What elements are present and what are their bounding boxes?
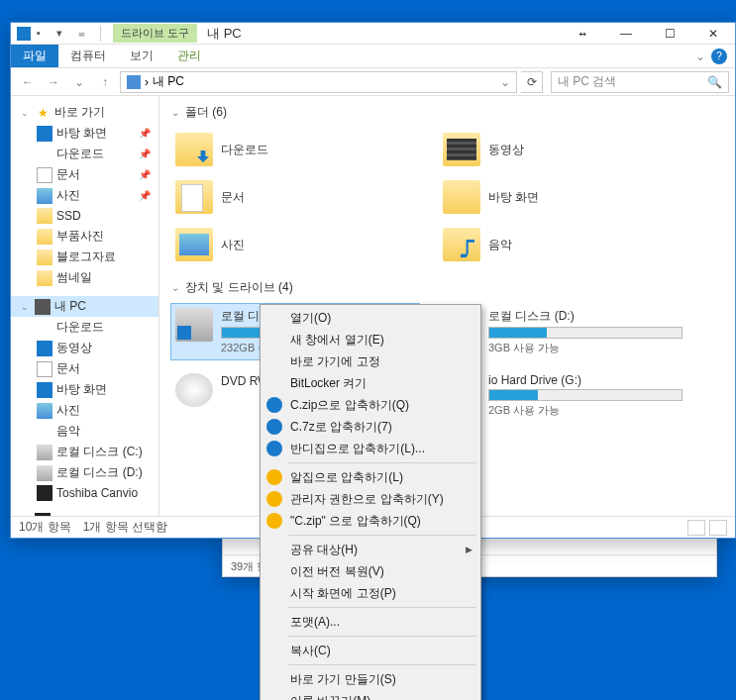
refresh-button[interactable]: ⟳ [521, 71, 543, 93]
search-input[interactable]: 내 PC 검색 🔍 [551, 71, 729, 93]
menu-item[interactable]: C.zip으로 압축하기(Q) [263, 394, 478, 416]
opts-icon[interactable]: ↔ [561, 23, 604, 45]
recent-button[interactable]: ⌄ [68, 71, 90, 93]
nav-item[interactable]: 음악 [11, 421, 158, 442]
ribbon-tab-contextual[interactable]: 관리 [165, 45, 213, 67]
separator [288, 636, 476, 637]
folder-item[interactable]: 사진 [171, 224, 419, 265]
group-drives[interactable]: ⌄ 장치 및 드라이브 (4) [171, 279, 723, 296]
nav-item[interactable]: 문서📌 [11, 164, 158, 185]
drive-icon [35, 513, 51, 516]
item-icon [37, 188, 53, 204]
folder-item[interactable]: 동영상 [439, 129, 686, 170]
pin-icon: 📌 [139, 149, 155, 159]
help-icon[interactable]: ? [711, 49, 727, 64]
ribbon-expand-icon[interactable]: ⌄ [695, 50, 705, 63]
menu-item[interactable]: 시작 화면에 고정(P) [263, 582, 478, 604]
nav-item[interactable]: 로컬 디스크 (D:) [11, 462, 158, 483]
nav-item[interactable]: Toshiba Canvio [11, 483, 158, 503]
separator [288, 535, 476, 536]
folder-icon [175, 228, 213, 261]
menu-icon [266, 441, 282, 456]
menu-item[interactable]: 열기(O) [263, 307, 478, 329]
qat-btn[interactable]: ▾ [56, 27, 70, 41]
expand-icon[interactable]: ⌄ [21, 302, 31, 312]
close-button[interactable]: ✕ [691, 23, 735, 45]
menu-item[interactable]: 포맷(A)... [263, 611, 478, 633]
capacity-bar [488, 327, 683, 339]
menu-item[interactable]: 바로 가기에 고정 [263, 350, 478, 372]
nav-item[interactable]: 다운로드📌 [11, 144, 158, 164]
path-segment[interactable]: 내 PC [153, 73, 184, 90]
item-icon [37, 126, 53, 142]
nav-pane: ⌄ ★ 바로 가기 바탕 화면📌다운로드📌문서📌사진📌SSD부품사진블로그자료썸… [11, 96, 159, 516]
nav-item[interactable]: 바탕 화면📌 [11, 123, 158, 144]
nav-item[interactable]: 동영상 [11, 338, 158, 358]
minimize-button[interactable]: — [604, 23, 648, 45]
view-details-button[interactable] [687, 520, 705, 536]
ribbon-tab[interactable]: 보기 [118, 45, 165, 67]
menu-item[interactable]: C.7z로 압축하기(7) [263, 416, 478, 438]
group-folders[interactable]: ⌄ 폴더 (6) [171, 104, 723, 121]
folder-item[interactable]: 다운로드 [171, 129, 419, 170]
menu-item[interactable]: 이름 바꾸기(M) [263, 690, 478, 700]
menu-item[interactable]: 관리자 권한으로 압축하기(Y) [263, 488, 478, 510]
nav-item[interactable]: 사진 [11, 400, 158, 421]
menu-item[interactable]: 알집으로 압축하기(L) [263, 466, 478, 488]
nav-item[interactable]: SSD [11, 206, 158, 226]
nav-this-pc[interactable]: ⌄ 내 PC [11, 296, 158, 317]
nav-network-drive[interactable]: › Toshiba Canvio H [11, 511, 158, 516]
qat-btn[interactable]: ＝ [76, 27, 90, 41]
nav-item[interactable]: 로컬 디스크 (C:) [11, 442, 158, 462]
view-large-button[interactable] [709, 520, 727, 536]
file-tab[interactable]: 파일 [11, 45, 58, 67]
item-icon [37, 382, 53, 398]
up-button[interactable]: ↑ [94, 71, 116, 93]
menu-item[interactable]: 이전 버전 복원(V) [263, 560, 478, 582]
breadcrumb[interactable]: › 내 PC ⌄ [120, 71, 517, 93]
nav-quick-access[interactable]: ⌄ ★ 바로 가기 [11, 102, 158, 123]
nav-item[interactable]: 사진📌 [11, 185, 158, 206]
item-icon [37, 485, 53, 501]
pin-icon: 📌 [139, 169, 155, 180]
menu-item[interactable]: 새 창에서 열기(E) [263, 329, 478, 350]
nav-item[interactable]: 블로그자료 [11, 247, 158, 267]
ribbon-tab[interactable]: 컴퓨터 [58, 45, 118, 67]
menu-item[interactable]: "C.zip" 으로 압축하기(Q) [263, 510, 478, 532]
status-count: 10개 항목 [19, 519, 71, 536]
item-icon [37, 341, 53, 356]
path-segment[interactable]: › [145, 75, 149, 89]
separator [100, 26, 101, 42]
back-button[interactable]: ← [17, 71, 39, 93]
dropdown-icon[interactable]: ⌄ [500, 75, 510, 89]
folder-item[interactable]: 바탕 화면 [439, 176, 686, 218]
folder-item[interactable]: 문서 [171, 176, 419, 218]
menu-item[interactable]: 바로 가기 만들기(S) [263, 668, 478, 690]
expand-icon[interactable]: ⌄ [21, 108, 31, 118]
item-icon [37, 320, 53, 336]
nav-item[interactable]: 썸네일 [11, 267, 158, 288]
menu-item[interactable]: BitLocker 켜기 [263, 372, 478, 394]
maximize-button[interactable]: ☐ [648, 23, 691, 45]
drive-icon [175, 308, 213, 342]
nav-item[interactable]: 다운로드 [11, 317, 158, 338]
menu-icon [266, 469, 282, 485]
capacity-bar [488, 389, 683, 401]
item-icon [37, 250, 53, 265]
quick-access-toolbar: ▪ ▾ ＝ [11, 26, 111, 42]
separator [288, 607, 476, 608]
menu-item[interactable]: 반디집으로 압축하기(L)... [263, 438, 478, 459]
nav-item[interactable]: 문서 [11, 358, 158, 379]
status-selection: 1개 항목 선택함 [83, 519, 167, 536]
nav-item[interactable]: 부품사진 [11, 226, 158, 247]
menu-item[interactable]: 공유 대상(H)▶ [263, 539, 478, 560]
qat-btn[interactable]: ▪ [37, 27, 51, 41]
forward-button[interactable]: → [43, 71, 64, 93]
folder-item[interactable]: 음악 [439, 224, 686, 265]
chevron-down-icon: ⌄ [171, 107, 179, 118]
nav-item[interactable]: 바탕 화면 [11, 379, 158, 400]
pin-icon: 📌 [139, 128, 155, 139]
submenu-arrow-icon: ▶ [466, 545, 473, 554]
menu-item[interactable]: 복사(C) [263, 640, 478, 661]
context-menu: 열기(O)새 창에서 열기(E)바로 가기에 고정BitLocker 켜기C.z… [260, 304, 481, 700]
